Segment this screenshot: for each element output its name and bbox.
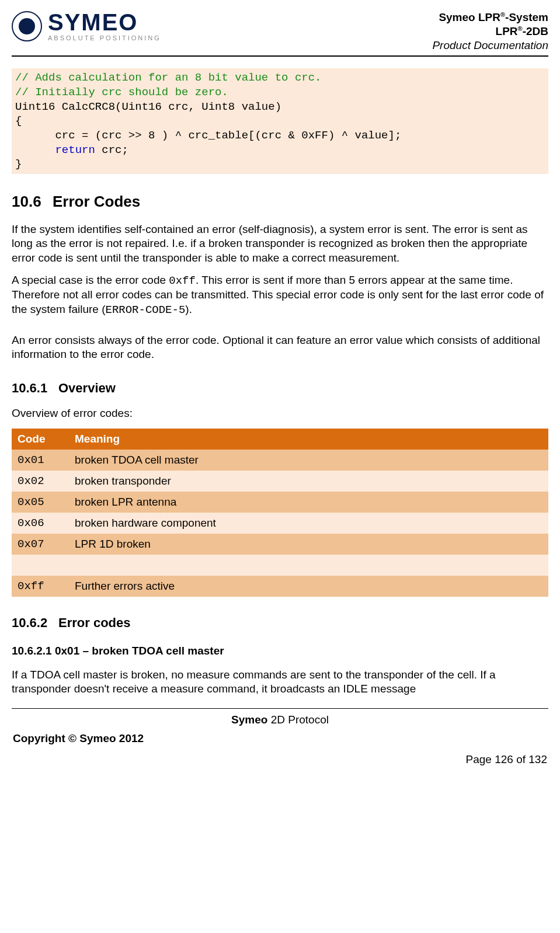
error-codes-table: Code Meaning 0x01 broken TDOA cell maste… xyxy=(12,429,548,597)
table-row: 0x06 broken hardware component xyxy=(12,513,548,534)
logo-word: SYMEO xyxy=(48,11,161,34)
section-10-6-heading: 10.6Error Codes xyxy=(12,193,548,211)
footer-copyright: Copyright © Symeo 2012 xyxy=(13,732,144,745)
table-row: 0x05 broken LPR antenna xyxy=(12,492,548,513)
code-block-crc: // Adds calculation for an 8 bit value t… xyxy=(12,68,548,174)
table-header-row: Code Meaning xyxy=(12,429,548,450)
symeo-logo-icon xyxy=(12,11,42,41)
logo: SYMEO ABSOLUTE POSITIONING xyxy=(12,11,161,41)
svg-point-1 xyxy=(19,18,35,34)
footer-rule xyxy=(12,708,548,709)
footer-center: Symeo 2D Protocol xyxy=(12,713,548,726)
para-10-6-2-1: If a TDOA cell master is broken, no meas… xyxy=(12,668,548,697)
col-code: Code xyxy=(12,429,69,450)
table-row: 0xff Further errors active xyxy=(12,576,548,597)
doc-title-block: Symeo LPR®-System LPR®-2DB Product Docum… xyxy=(432,11,548,52)
table-row: 0x01 broken TDOA cell master xyxy=(12,450,548,471)
col-meaning: Meaning xyxy=(69,429,548,450)
table-row xyxy=(12,555,548,576)
section-10-6-1-heading: 10.6.1Overview xyxy=(12,381,548,396)
logo-subtitle: ABSOLUTE POSITIONING xyxy=(48,35,161,41)
para-intro-3: An error consists always of the error co… xyxy=(12,333,548,362)
para-intro-2: A special case is the error code 0xff. T… xyxy=(12,273,548,317)
footer-page-number: Page 126 of 132 xyxy=(12,750,548,777)
section-10-6-2-heading: 10.6.2Error codes xyxy=(12,615,548,631)
header-rule xyxy=(12,55,548,57)
section-10-6-2-1-heading: 10.6.2.1 0x01 – broken TDOA cell master xyxy=(12,645,548,657)
table-row: 0x07 LPR 1D broken xyxy=(12,534,548,555)
overview-intro: Overview of error codes: xyxy=(12,406,548,420)
page-header: SYMEO ABSOLUTE POSITIONING Symeo LPR®-Sy… xyxy=(12,11,548,52)
table-row: 0x02 broken transponder xyxy=(12,471,548,492)
para-intro-1: If the system identifies self-contained … xyxy=(12,222,548,265)
